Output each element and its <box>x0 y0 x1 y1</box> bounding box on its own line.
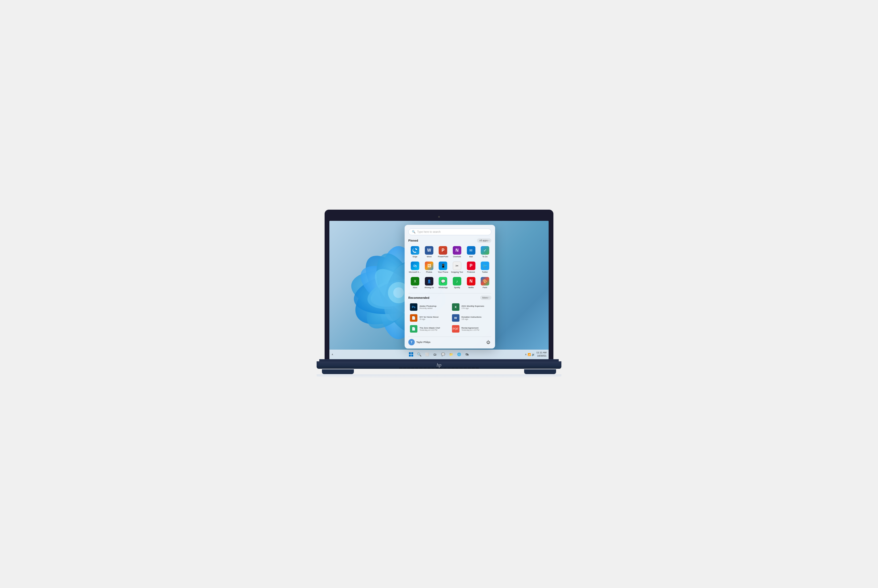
app-pinterest[interactable]: P Pinterest <box>464 260 477 274</box>
xbox-label: Xbox <box>413 286 417 289</box>
paint-label: Paint <box>482 286 487 289</box>
svg-rect-17 <box>411 355 413 357</box>
chef-rec-text: The Zero-Waste Chef Yesterday at 4:24 PM <box>420 327 440 331</box>
svg-rect-16 <box>409 355 411 357</box>
recommended-section: Recommended More › Ps Adobe Photoshop Re… <box>408 293 491 334</box>
edge-label: Edge <box>413 255 418 258</box>
todo-icon: ✓ <box>481 246 489 255</box>
rental-rec-icon: PDF <box>452 325 459 333</box>
mail-label: Mail <box>469 255 473 258</box>
laptop-hinge <box>319 359 559 362</box>
powerpoint-icon: P <box>439 246 447 255</box>
app-todo[interactable]: ✓ To Do <box>479 245 491 259</box>
photoshop-rec-name: Adobe Photoshop <box>420 305 437 307</box>
svg-point-13 <box>393 287 404 298</box>
all-apps-button[interactable]: All apps › <box>477 238 491 243</box>
rec-diy[interactable]: 📄 DIY for Home Decor 2h ago <box>408 313 449 323</box>
amongus-label: Among Us <box>424 286 434 289</box>
screen: 🔍 Type here to search Pinned All apps › … <box>330 221 548 359</box>
user-name: Taylor Philips <box>417 341 430 344</box>
mail-icon: ✉ <box>467 246 475 255</box>
rental-rec-name: Rental Agreement <box>461 327 479 329</box>
laptop-reflection <box>317 374 561 378</box>
app-whatsapp[interactable]: 💬 WhatsApp <box>437 276 449 290</box>
photoshop-rec-text: Adobe Photoshop Recently added <box>420 305 437 309</box>
powerpoint-label: PowerPoint <box>438 255 448 258</box>
app-snipping[interactable]: ✂ Snipping Tool <box>451 260 463 274</box>
pinned-title: Pinned <box>408 239 418 242</box>
more-button[interactable]: More › <box>480 296 491 300</box>
user-info[interactable]: T Taylor Philips <box>408 339 430 345</box>
app-edge[interactable]: Edge <box>408 245 422 259</box>
recommended-grid: Ps Adobe Photoshop Recently added X <box>408 302 491 334</box>
app-photos[interactable]: 🖼 Photos <box>423 260 436 274</box>
pinterest-label: Pinterest <box>467 271 475 273</box>
pinned-section-header: Pinned All apps › <box>408 238 491 243</box>
rec-expenses[interactable]: X 2021 Monthly Expenses 17m ago <box>450 302 491 312</box>
diy-rec-name: DIY for Home Decor <box>420 316 439 318</box>
wifi-icon[interactable]: 📶 <box>527 353 531 356</box>
recommended-title: Recommended <box>408 296 429 299</box>
rental-rec-time: Yesterday at 1:15 PM <box>461 329 479 331</box>
taskbar-widgets-button[interactable]: 🗂 <box>432 351 439 358</box>
app-onenote[interactable]: N OneNote <box>451 245 463 259</box>
rec-donation[interactable]: W Donation Instructions 12h ago <box>450 313 491 323</box>
word-icon: W <box>425 246 433 255</box>
search-icon: 🔍 <box>412 230 416 234</box>
search-placeholder: Type here to search <box>417 230 440 233</box>
onenote-icon: N <box>453 246 461 255</box>
laptop-feet <box>322 369 556 374</box>
recommended-section-header: Recommended More › <box>408 296 491 300</box>
app-spotify[interactable]: ♪ Spotify <box>451 276 463 290</box>
netflix-icon: N <box>467 277 475 285</box>
system-icons: ∧ 📶 🔊 <box>525 353 535 356</box>
power-button[interactable]: ⏻ <box>485 339 491 345</box>
taskbar-search-button[interactable]: 🔍 <box>416 351 423 358</box>
rec-photoshop[interactable]: Ps Adobe Photoshop Recently added <box>408 302 449 312</box>
taskbar-explorer-button[interactable]: 📁 <box>448 351 454 358</box>
app-mail[interactable]: ✉ Mail <box>464 245 477 259</box>
app-twitter[interactable]: 🐦 Twitter <box>479 260 491 274</box>
taskbar-right: ∧ 📶 🔊 11:11 AM 10/20/21 <box>525 351 547 357</box>
app-powerpoint[interactable]: P PowerPoint <box>437 245 449 259</box>
app-word[interactable]: W Word <box>423 245 436 259</box>
app-msstore[interactable]: 🛍 Microsoft Store <box>408 260 422 274</box>
expenses-rec-icon: X <box>452 303 459 311</box>
rec-rental[interactable]: PDF Rental Agreement Yesterday at 1:15 P… <box>450 324 491 334</box>
app-xbox[interactable]: X Xbox <box>408 276 422 290</box>
volume-icon[interactable]: 🔊 <box>532 353 535 356</box>
paint-icon: 🎨 <box>481 277 489 285</box>
user-avatar: T <box>408 339 415 345</box>
taskbar-chat-button[interactable]: 💬 <box>439 351 446 358</box>
taskbar-edge-button[interactable]: 🌐 <box>455 351 462 358</box>
camera-dot <box>438 216 440 218</box>
laptop-foot-right <box>524 369 556 374</box>
vent-area <box>399 367 479 369</box>
chef-rec-icon: 📄 <box>410 325 418 333</box>
twitter-icon: 🐦 <box>481 261 489 270</box>
taskbar-start-button[interactable] <box>408 351 415 358</box>
msstore-label: Microsoft Store <box>409 271 421 273</box>
taskbar-taskview-button[interactable]: ⬜ <box>424 351 430 358</box>
app-netflix[interactable]: N Netflix <box>464 276 477 290</box>
app-yourphone[interactable]: 📱 Your Phone <box>437 260 449 274</box>
expenses-rec-name: 2021 Monthly Expenses <box>461 305 484 307</box>
search-bar[interactable]: 🔍 Type here to search <box>408 228 491 235</box>
donation-rec-icon: W <box>452 314 459 322</box>
chef-rec-time: Yesterday at 4:24 PM <box>420 329 440 331</box>
photoshop-rec-time: Recently added <box>420 307 437 309</box>
whatsapp-icon: 💬 <box>439 277 447 285</box>
chef-rec-name: The Zero-Waste Chef <box>420 327 440 329</box>
whatsapp-label: WhatsApp <box>439 286 448 289</box>
taskbar-datetime[interactable]: 11:11 AM 10/20/21 <box>536 351 547 357</box>
rec-chef[interactable]: 📄 The Zero-Waste Chef Yesterday at 4:24 … <box>408 324 449 334</box>
svg-rect-14 <box>409 352 411 354</box>
taskbar-store-button[interactable]: 🛍 <box>463 351 470 358</box>
msstore-icon: 🛍 <box>411 261 419 270</box>
taskbar-date-display: 10/20/21 <box>536 354 547 358</box>
rental-rec-text: Rental Agreement Yesterday at 1:15 PM <box>461 327 479 331</box>
app-amongus[interactable]: 👤 Among Us <box>423 276 436 290</box>
twitter-label: Twitter <box>482 271 488 273</box>
app-paint[interactable]: 🎨 Paint <box>479 276 491 290</box>
expand-icon[interactable]: ∧ <box>525 353 527 356</box>
